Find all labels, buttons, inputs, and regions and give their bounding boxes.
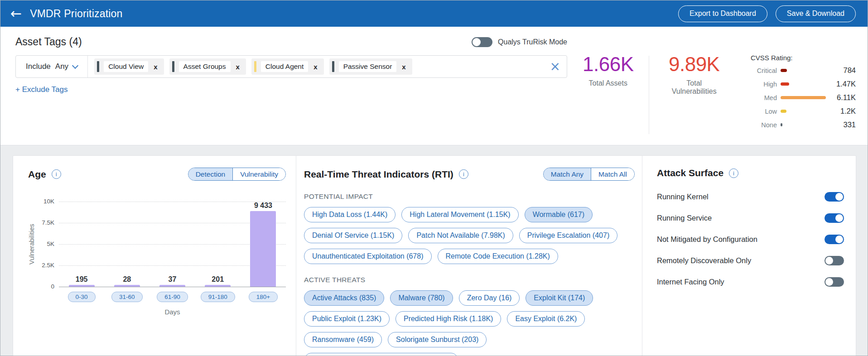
attack-surface-row: Internet Facing Only [657,277,844,287]
cvss-severity-label: Critical [751,67,777,74]
x-category-pill[interactable]: 0-30 [68,292,96,302]
asset-tags-input[interactable]: Include Any Cloud View x [15,55,567,78]
remove-tag-icon[interactable]: x [401,63,406,71]
tag-chip: Passive Sensor x [329,58,412,75]
age-panel: Age i Detection Vulnerability Vulnerabil… [13,156,296,356]
attack-surface-panel: Attack Surface i Running Kernel Running … [642,156,856,356]
attack-surface-toggle[interactable] [825,192,844,202]
include-dropdown[interactable]: Include Any [16,56,88,77]
age-mode-segment[interactable]: Vulnerability [232,168,285,180]
attack-surface-toggle[interactable] [825,235,844,244]
remove-tag-icon[interactable]: x [235,63,241,71]
cvss-severity-bar [781,82,789,86]
x-category-pill[interactable]: 180+ [249,292,278,302]
x-category-pill[interactable]: 31-60 [111,292,143,302]
age-bar[interactable] [114,285,140,287]
potential-impact-pills: High Data Loss (1.44K) High Lateral Move… [304,207,621,264]
rti-match-segment[interactable]: Match All [591,168,634,180]
y-axis-ticks: 10K7.5K5K2.5K0 [35,202,59,287]
chart-plot-area: 195 28 3 [59,202,286,287]
tag-chip-list: Cloud View x Asset Groups x Cloud Agent [88,58,550,75]
attack-surface-row: Not Mitigated by Configuration [657,235,844,244]
tag-color-bar [172,61,174,72]
attack-surface-row: Running Service [657,213,844,223]
cvss-rows: Critical 784 High 1.47K [751,66,856,129]
asset-tags-title: Asset Tags (4) [15,36,82,48]
remove-tag-icon[interactable]: x [313,63,318,71]
active-threats-heading: ACTIVE THREATS [304,276,635,284]
cvss-bar-track [781,96,826,99]
rti-filter-pill[interactable]: Solorigate Sunburst (203) [388,332,487,347]
rti-filter-pill[interactable]: Exploit Kit (174) [526,290,593,306]
x-category-slot: 61-90 [149,292,195,302]
age-bar[interactable] [250,211,276,287]
filter-section: Asset Tags (4) Qualys TruRisk Mode Inclu… [0,27,868,145]
exclude-tags-link[interactable]: + Exclude Tags [15,85,68,94]
age-bar[interactable] [205,285,231,287]
back-arrow-icon[interactable]: ← [10,7,22,20]
tag-chip: Cloud Agent x [251,58,324,75]
cvss-rating-title: CVSS Rating: [751,54,856,62]
total-assets-value: 1.66K [583,54,633,75]
chart-bar-slot: 37 [149,202,195,287]
save-and-download-button[interactable]: Save & Download [776,5,856,22]
rti-panel: Real-Time Threat Indicators (RTI) i Matc… [296,156,642,356]
cvss-severity-label: High [751,81,777,88]
total-vulnerabilities-value: 9.89K [665,54,723,75]
attack-surface-toggle-label: Not Mitigated by Configuration [657,235,757,244]
rti-filter-pill[interactable]: Active Attacks (835) [304,290,384,306]
tag-label: Passive Sensor [339,61,397,72]
rti-filter-pill[interactable]: High Data Loss (1.44K) [304,207,395,222]
x-category-pill[interactable]: 61-90 [157,292,188,302]
rti-filter-pill[interactable]: Wormable (617) [525,207,593,222]
attack-surface-toggle-label: Running Service [657,214,712,222]
clear-tags-icon[interactable]: × [550,60,560,73]
chart-bars: 195 28 3 [59,202,286,287]
attack-surface-toggle[interactable] [825,277,844,287]
trurisk-mode-label: Qualys TruRisk Mode [498,38,567,46]
rti-filter-pill[interactable]: High Lateral Movement (1.15K) [401,207,518,222]
total-vulnerabilities-label: Total Vulnerabilities [665,79,723,96]
tag-chip: Cloud View x [94,58,164,75]
attack-surface-toggle[interactable] [825,256,844,265]
rti-match-segment[interactable]: Match Any [544,168,591,180]
rti-filter-pill[interactable]: Malware (780) [390,290,453,306]
age-bar[interactable] [159,285,185,287]
age-info-icon[interactable]: i [52,169,61,179]
cvss-severity-count: 1.47K [828,80,856,88]
rti-info-icon[interactable]: i [459,169,468,179]
cvss-severity-bar [781,69,787,72]
rti-filter-pill[interactable]: Ransomware (459) [304,332,382,347]
export-to-dashboard-button[interactable]: Export to Dashboard [678,5,767,22]
tag-label: Asset Groups [179,61,231,72]
rti-filter-pill[interactable]: Patch Not Available (7.98K) [408,228,513,243]
age-mode-segment[interactable]: Detection [188,168,232,180]
attack-surface-toggle[interactable] [825,213,844,223]
tag-label: Cloud View [104,61,148,72]
rti-filter-pill[interactable]: Public Exploit (1.23K) [304,311,390,327]
cvss-bar-track [781,82,826,86]
rti-panel-title: Real-Time Threat Indicators (RTI) [304,169,453,180]
tag-color-bar [332,61,334,72]
trurisk-mode-toggle[interactable] [472,37,492,47]
rti-filter-pill[interactable]: Remote Code Execution (1.28K) [438,249,558,264]
cvss-row: Critical 784 [751,66,856,75]
remove-tag-icon[interactable]: x [153,63,158,71]
rti-filter-pill[interactable]: Unauthenticated Exploitation (678) [304,249,432,264]
cvss-severity-bar [781,110,786,113]
rti-filter-pill[interactable]: Denial Of Service (1.15K) [304,228,402,243]
attack-surface-info-icon[interactable]: i [729,168,738,178]
bar-value-label: 37 [169,275,177,284]
rti-filter-pill[interactable]: Predicted High Risk (1.18K) [395,311,501,327]
rti-filter-pill[interactable]: Zero Day (16) [459,290,520,306]
rti-filter-pill[interactable]: Privilege Escalation (407) [519,228,617,243]
rti-filter-pill[interactable]: Easy Exploit (6.2K) [507,311,585,327]
attack-surface-toggle-label: Running Kernel [657,192,709,201]
rti-filter-pill[interactable]: CISA Known Exploited Vulnerabilities (54… [304,353,458,356]
y-axis-label: Vulnerabilities [28,202,35,287]
cvss-severity-label: Low [751,108,777,115]
tag-label: Cloud Agent [261,61,308,72]
bar-value-label: 195 [76,275,88,284]
x-category-pill[interactable]: 91-180 [201,292,235,302]
age-bar[interactable] [69,285,95,287]
